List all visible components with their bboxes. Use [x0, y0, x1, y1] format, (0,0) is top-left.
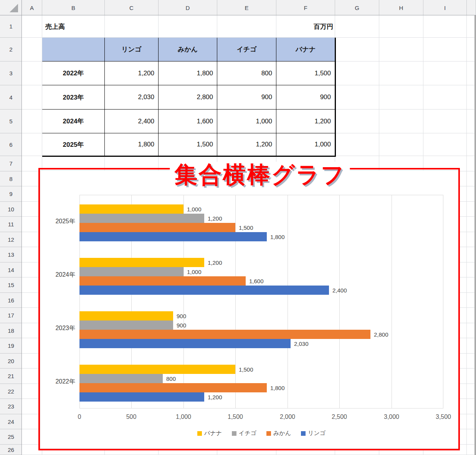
select-all-triangle-icon — [10, 4, 18, 12]
table-value[interactable]: 2,800 — [159, 85, 217, 110]
chart-title[interactable]: 集合横棒グラフ — [170, 162, 350, 188]
row-header-7[interactable]: 7 — [0, 156, 22, 171]
gridline-vertical — [466, 15, 467, 455]
select-all-corner[interactable] — [0, 0, 22, 15]
table-value[interactable]: 900 — [276, 85, 335, 110]
red-highlight-frame[interactable] — [38, 168, 460, 450]
row-header-19[interactable]: 19 — [0, 338, 22, 354]
row-header-2[interactable]: 2 — [0, 38, 22, 61]
row-header-17[interactable]: 17 — [0, 308, 22, 323]
row-header-3[interactable]: 3 — [0, 61, 22, 85]
row-header-25[interactable]: 25 — [0, 429, 22, 445]
table-value[interactable]: 900 — [217, 85, 276, 110]
table-value[interactable]: 1,500 — [276, 61, 335, 85]
row-header-4[interactable]: 4 — [0, 85, 22, 110]
column-header-E[interactable]: E — [217, 0, 276, 15]
row-header-24[interactable]: 24 — [0, 414, 22, 429]
row-header-10[interactable]: 10 — [0, 202, 22, 217]
table-value[interactable]: 1,500 — [159, 133, 217, 156]
header-divider — [0, 15, 476, 15]
table-value[interactable]: 2,400 — [105, 110, 159, 133]
table-value[interactable]: 1,000 — [217, 110, 276, 133]
table-year-2023年[interactable]: 2023年 — [42, 85, 105, 110]
table-header-イチゴ[interactable]: イチゴ — [217, 38, 276, 61]
table-value[interactable]: 1,200 — [217, 133, 276, 156]
window-right-edge — [474, 15, 476, 455]
row-header-26[interactable]: 26 — [0, 445, 22, 455]
table-year-2024年[interactable]: 2024年 — [42, 110, 105, 133]
row-header-15[interactable]: 15 — [0, 277, 22, 293]
column-header-A[interactable]: A — [22, 0, 42, 15]
row-header-8[interactable]: 8 — [0, 171, 22, 186]
column-header-I[interactable]: I — [423, 0, 467, 15]
table-year-2025年[interactable]: 2025年 — [42, 133, 105, 156]
row-header-22[interactable]: 22 — [0, 384, 22, 399]
sales-data-table: リンゴみかんイチゴバナナ2022年1,2001,8008001,5002023年… — [42, 38, 336, 157]
table-value[interactable]: 1,000 — [276, 133, 335, 156]
column-header-H[interactable]: H — [379, 0, 423, 15]
table-year-2022年[interactable]: 2022年 — [42, 61, 105, 85]
table-value[interactable]: 1,600 — [159, 110, 217, 133]
table-value[interactable]: 1,800 — [159, 61, 217, 85]
column-header-F[interactable]: F — [276, 0, 335, 15]
table-value[interactable]: 1,200 — [105, 61, 159, 85]
column-header-overflow[interactable] — [467, 0, 476, 15]
row-header-12[interactable]: 12 — [0, 232, 22, 247]
row-header-18[interactable]: 18 — [0, 323, 22, 338]
spreadsheet-window: ABCDEFGHI 123456789101112131415161718192… — [0, 0, 476, 455]
table-value[interactable]: 2,030 — [105, 85, 159, 110]
row-header-divider — [21, 15, 22, 455]
cell-sales-title[interactable]: 売上高 — [45, 15, 65, 38]
table-value[interactable]: 1,200 — [276, 110, 335, 133]
row-header-11[interactable]: 11 — [0, 217, 22, 232]
row-header-5[interactable]: 5 — [0, 110, 22, 133]
row-header-20[interactable]: 20 — [0, 354, 22, 369]
column-header-G[interactable]: G — [335, 0, 379, 15]
table-value[interactable]: 1,800 — [105, 133, 159, 156]
row-header-1[interactable]: 1 — [0, 15, 22, 38]
row-header-9[interactable]: 9 — [0, 186, 22, 202]
table-header-バナナ[interactable]: バナナ — [276, 38, 335, 61]
table-value[interactable]: 800 — [217, 61, 276, 85]
column-header-C[interactable]: C — [105, 0, 159, 15]
row-header-14[interactable]: 14 — [0, 262, 22, 277]
row-header-13[interactable]: 13 — [0, 247, 22, 262]
cell-unit-label[interactable]: 百万円 — [276, 15, 333, 38]
row-header-6[interactable]: 6 — [0, 133, 22, 156]
column-header-D[interactable]: D — [159, 0, 217, 15]
row-header-23[interactable]: 23 — [0, 399, 22, 414]
row-header-16[interactable]: 16 — [0, 293, 22, 308]
table-header-リンゴ[interactable]: リンゴ — [105, 38, 159, 61]
row-header-21[interactable]: 21 — [0, 369, 22, 384]
table-header-みかん[interactable]: みかん — [159, 38, 217, 61]
table-header-blank[interactable] — [42, 38, 105, 61]
column-header-B[interactable]: B — [42, 0, 105, 15]
